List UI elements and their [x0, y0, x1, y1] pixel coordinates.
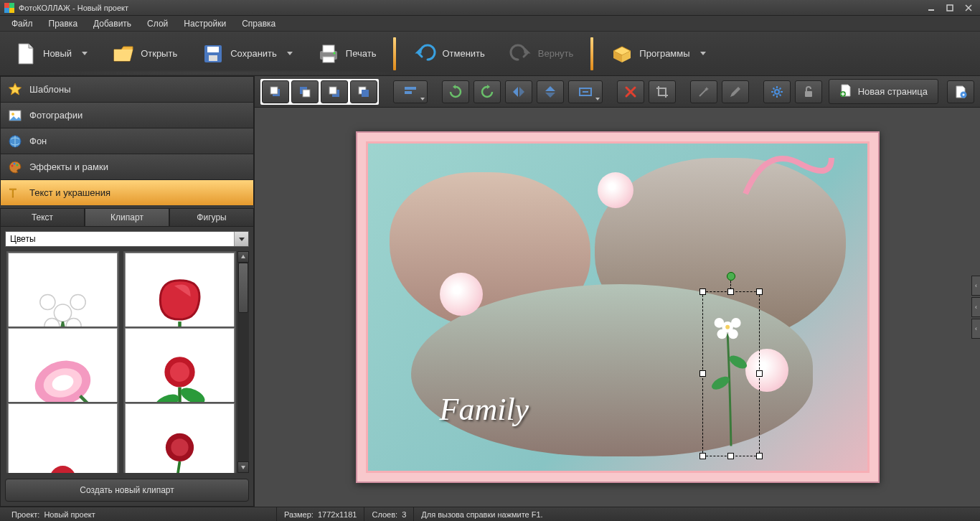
- bring-front-button[interactable]: [262, 80, 289, 103]
- rotate-handle[interactable]: [727, 272, 735, 281]
- align-button[interactable]: [393, 80, 428, 103]
- rose-decor[interactable]: [440, 273, 483, 316]
- new-button[interactable]: Новый: [7, 38, 95, 70]
- svg-rect-8: [209, 55, 217, 61]
- open-label: Открыть: [141, 48, 177, 59]
- edge-tab[interactable]: ‹: [971, 297, 980, 317]
- flip-horizontal-button[interactable]: [505, 80, 532, 103]
- sidebar-item-templates[interactable]: Шаблоны: [0, 76, 254, 102]
- scroll-up-icon[interactable]: [237, 251, 249, 263]
- open-button[interactable]: Открыть: [105, 38, 184, 70]
- lock-button[interactable]: [795, 80, 822, 103]
- svg-point-73: [725, 325, 730, 329]
- clipart-category-dropdown[interactable]: [5, 231, 249, 247]
- collage-page[interactable]: Family: [356, 131, 880, 483]
- clipart-scrollbar[interactable]: [237, 251, 249, 473]
- settings-gear-button[interactable]: [763, 80, 791, 103]
- edit-button[interactable]: [722, 80, 749, 103]
- svg-rect-41: [9, 404, 117, 473]
- rotate-right-button[interactable]: [473, 80, 501, 103]
- menubar: Файл Правка Добавить Слой Настройки Спра…: [0, 16, 980, 32]
- close-button[interactable]: [961, 3, 976, 13]
- dropdown-arrow-icon[interactable]: [234, 232, 248, 246]
- menu-settings[interactable]: Настройки: [176, 17, 233, 30]
- subtab-text[interactable]: Текст: [0, 208, 85, 226]
- svg-point-70: [731, 318, 741, 328]
- send-backward-button[interactable]: [321, 80, 348, 103]
- resize-handle[interactable]: [756, 453, 763, 459]
- minimize-button[interactable]: [924, 3, 938, 13]
- canvas-area: Новая страница Family: [255, 76, 980, 507]
- send-back-button[interactable]: [350, 80, 377, 103]
- menu-help[interactable]: Справка: [235, 17, 283, 30]
- edge-tab[interactable]: ‹: [971, 319, 980, 339]
- subtab-clipart[interactable]: Клипарт: [85, 208, 169, 226]
- svg-point-16: [11, 164, 14, 166]
- svg-rect-11: [323, 57, 334, 62]
- subtabs: Текст Клипарт Фигуры: [0, 208, 254, 226]
- sidebar-item-text-decor[interactable]: T Текст и украшения: [0, 179, 254, 205]
- programs-label: Программы: [639, 48, 689, 59]
- subtab-shapes[interactable]: Фигуры: [169, 208, 254, 226]
- selection-box[interactable]: [702, 291, 760, 456]
- clipart-thumb[interactable]: [125, 403, 235, 473]
- rose-decor[interactable]: [598, 172, 633, 208]
- text-icon: T: [8, 186, 22, 200]
- redo-button[interactable]: Вернуть: [502, 38, 581, 70]
- programs-button[interactable]: Программы: [603, 38, 712, 70]
- photo-icon: [8, 108, 22, 123]
- delete-button[interactable]: [617, 80, 644, 103]
- box-icon: [611, 42, 633, 65]
- resize-handle[interactable]: [727, 453, 734, 459]
- statusbar: Проект: Новый проект Размер: 1772x1181 С…: [0, 507, 980, 521]
- sidebar-item-background[interactable]: Фон: [0, 128, 254, 154]
- save-button[interactable]: Сохранить: [194, 38, 300, 70]
- page-settings-button[interactable]: [947, 80, 974, 103]
- edge-tab[interactable]: ‹: [971, 276, 980, 296]
- svg-rect-51: [270, 87, 278, 94]
- resize-handle[interactable]: [699, 453, 706, 459]
- canvas-viewport[interactable]: Family ‹ ‹ ‹: [255, 108, 980, 507]
- rotate-left-button[interactable]: [442, 80, 469, 103]
- bring-forward-button[interactable]: [291, 80, 319, 103]
- clipart-category-input[interactable]: [6, 234, 234, 244]
- svg-point-65: [963, 93, 965, 95]
- svg-rect-4: [928, 9, 934, 11]
- palette-icon: [8, 160, 22, 174]
- menu-add[interactable]: Добавить: [86, 17, 138, 30]
- create-clipart-button[interactable]: Создать новый клипарт: [5, 479, 249, 502]
- caret-icon: [700, 52, 706, 55]
- svg-rect-0: [4, 3, 9, 8]
- clipart-thumb[interactable]: [8, 403, 118, 473]
- maximize-button[interactable]: [943, 3, 957, 13]
- scroll-down-icon[interactable]: [237, 461, 249, 473]
- status-size: Размер: 1772x1181: [277, 507, 364, 521]
- sidebar-item-photos[interactable]: Фотографии: [0, 102, 254, 128]
- folder-open-icon: [112, 42, 135, 65]
- svg-point-23: [70, 294, 85, 309]
- menu-edit[interactable]: Правка: [42, 17, 85, 30]
- crop-button[interactable]: [649, 80, 676, 103]
- print-icon: [317, 42, 340, 65]
- toolbar-separator: [393, 37, 396, 70]
- svg-point-17: [14, 162, 16, 164]
- undo-button[interactable]: Отменить: [406, 38, 491, 70]
- globe-icon: [8, 134, 22, 149]
- new-page-label: Новая страница: [858, 86, 928, 97]
- svg-rect-7: [207, 47, 219, 52]
- scroll-thumb[interactable]: [238, 263, 248, 313]
- new-page-button[interactable]: Новая страница: [829, 79, 938, 104]
- menu-layer[interactable]: Слой: [140, 17, 175, 30]
- svg-point-69: [714, 318, 724, 328]
- svg-point-21: [54, 304, 71, 321]
- sidebar-label: Эффекты и рамки: [29, 161, 108, 172]
- wand-button[interactable]: [690, 80, 717, 103]
- titlebar: ФотоКОЛЛАЖ - Новый проект: [0, 0, 980, 16]
- svg-point-48: [171, 438, 188, 456]
- ribbon-decor[interactable]: [738, 151, 839, 208]
- sidebar-item-effects[interactable]: Эффекты и рамки: [0, 154, 254, 179]
- print-button[interactable]: Печать: [310, 38, 384, 70]
- menu-file[interactable]: Файл: [4, 17, 40, 30]
- flip-vertical-button[interactable]: [537, 80, 564, 103]
- fit-button[interactable]: [568, 80, 603, 103]
